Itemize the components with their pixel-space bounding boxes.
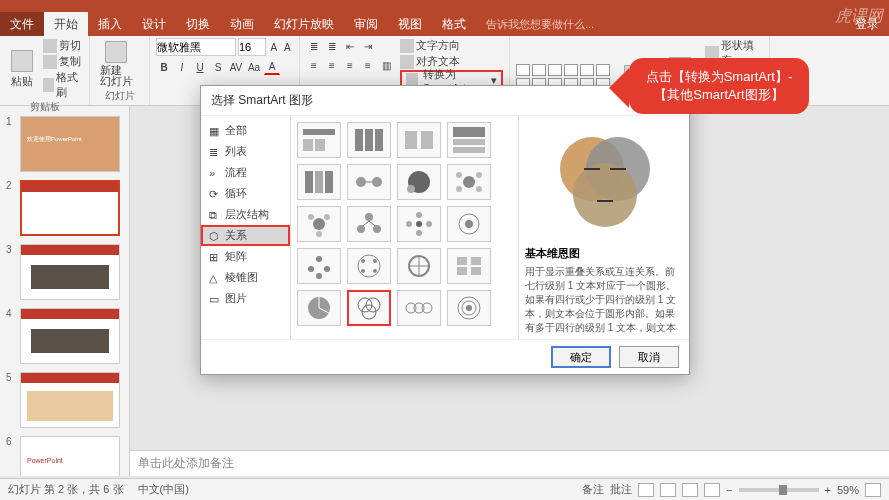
font-family-combo[interactable] xyxy=(156,38,236,56)
layout-option[interactable] xyxy=(397,290,441,326)
layout-option[interactable] xyxy=(447,206,491,242)
layout-grid xyxy=(291,116,519,339)
thumbnail-3[interactable]: 3 xyxy=(0,240,129,304)
notes-pane[interactable]: 单击此处添加备注 xyxy=(130,450,889,476)
slideshow-view-button[interactable] xyxy=(704,483,720,497)
decrease-indent-button[interactable]: ⇤ xyxy=(342,38,358,54)
zoom-level[interactable]: 59% xyxy=(837,484,859,496)
category-matrix[interactable]: ⊞矩阵 xyxy=(201,246,290,267)
tab-view[interactable]: 视图 xyxy=(388,12,432,36)
layout-option[interactable] xyxy=(447,164,491,200)
tab-insert[interactable]: 插入 xyxy=(88,12,132,36)
paste-button[interactable]: 粘贴 xyxy=(6,38,39,100)
zoom-out-button[interactable]: − xyxy=(726,484,732,496)
layout-option[interactable] xyxy=(347,206,391,242)
tab-animations[interactable]: 动画 xyxy=(220,12,264,36)
svg-point-30 xyxy=(373,225,381,233)
layout-option[interactable] xyxy=(297,290,341,326)
tab-transitions[interactable]: 切换 xyxy=(176,12,220,36)
thumbnail-6[interactable]: 6PowerPoint xyxy=(0,432,129,476)
smartart-dialog: 选择 SmartArt 图形 ▦全部 ≣列表 »流程 ⟳循环 ⧉层次结构 ⬡关系… xyxy=(200,85,690,375)
thumbnail-4[interactable]: 4 xyxy=(0,304,129,368)
language-indicator[interactable]: 中文(中国) xyxy=(138,482,189,497)
layout-option[interactable] xyxy=(397,164,441,200)
layout-option[interactable] xyxy=(297,164,341,200)
align-right-button[interactable]: ≡ xyxy=(342,57,358,73)
ok-button[interactable]: 确定 xyxy=(551,346,611,368)
bold-button[interactable]: B xyxy=(156,59,172,75)
layout-option[interactable] xyxy=(297,206,341,242)
category-picture[interactable]: ▭图片 xyxy=(201,288,290,309)
columns-button[interactable]: ▥ xyxy=(378,57,394,73)
numbering-button[interactable]: ≣ xyxy=(324,38,340,54)
category-relationship[interactable]: ⬡关系 xyxy=(201,225,290,246)
thumbnail-1[interactable]: 1欢迎使用PowerPoint xyxy=(0,112,129,176)
font-size-combo[interactable] xyxy=(238,38,266,56)
copy-button[interactable]: 复制 xyxy=(43,54,83,69)
thumbnail-2[interactable]: 2 xyxy=(0,176,129,240)
cut-button[interactable]: 剪切 xyxy=(43,38,83,53)
tab-review[interactable]: 审阅 xyxy=(344,12,388,36)
layout-option[interactable] xyxy=(347,164,391,200)
svg-rect-0 xyxy=(303,129,335,135)
svg-point-34 xyxy=(406,221,412,227)
layout-option[interactable] xyxy=(397,248,441,284)
zoom-in-button[interactable]: + xyxy=(825,484,831,496)
category-pyramid[interactable]: △棱锥图 xyxy=(201,267,290,288)
decrease-font-icon[interactable]: A xyxy=(282,39,294,55)
grid-icon: ▦ xyxy=(209,125,221,137)
tab-format[interactable]: 格式 xyxy=(432,12,476,36)
new-slide-button[interactable]: 新建 幻灯片 xyxy=(96,38,136,89)
category-process[interactable]: »流程 xyxy=(201,162,290,183)
shadow-button[interactable]: AV xyxy=(228,59,244,75)
text-direction-button[interactable]: 文字方向 xyxy=(400,38,503,53)
layout-option[interactable] xyxy=(347,122,391,158)
increase-font-icon[interactable]: A xyxy=(268,39,280,55)
layout-option[interactable] xyxy=(447,122,491,158)
format-painter-button[interactable]: 格式刷 xyxy=(43,70,83,100)
font-color-button[interactable]: A xyxy=(264,59,280,75)
italic-button[interactable]: I xyxy=(174,59,190,75)
underline-button[interactable]: U xyxy=(192,59,208,75)
svg-point-39 xyxy=(465,220,473,228)
layout-option[interactable] xyxy=(297,122,341,158)
layout-option[interactable] xyxy=(397,122,441,158)
layout-option[interactable] xyxy=(347,248,391,284)
svg-rect-53 xyxy=(471,257,481,265)
increase-indent-button[interactable]: ⇥ xyxy=(360,38,376,54)
list-icon: ≣ xyxy=(209,146,221,158)
layout-option[interactable] xyxy=(397,206,441,242)
sorter-view-button[interactable] xyxy=(660,483,676,497)
comments-toggle[interactable]: 批注 xyxy=(610,482,632,497)
category-cycle[interactable]: ⟳循环 xyxy=(201,183,290,204)
notes-toggle[interactable]: 备注 xyxy=(582,482,604,497)
bullets-button[interactable]: ≣ xyxy=(306,38,322,54)
align-center-button[interactable]: ≡ xyxy=(324,57,340,73)
justify-button[interactable]: ≡ xyxy=(360,57,376,73)
svg-point-68 xyxy=(573,163,637,227)
cancel-button[interactable]: 取消 xyxy=(619,346,679,368)
fit-window-button[interactable] xyxy=(865,483,881,497)
strikethrough-button[interactable]: S xyxy=(210,59,226,75)
tab-design[interactable]: 设计 xyxy=(132,12,176,36)
layout-option[interactable] xyxy=(297,248,341,284)
char-spacing-button[interactable]: Aa xyxy=(246,59,262,75)
category-list[interactable]: ≣列表 xyxy=(201,141,290,162)
svg-point-37 xyxy=(416,230,422,236)
tab-home[interactable]: 开始 xyxy=(44,12,88,36)
svg-point-43 xyxy=(316,273,322,279)
reading-view-button[interactable] xyxy=(682,483,698,497)
tab-file[interactable]: 文件 xyxy=(0,12,44,36)
thumbnail-5[interactable]: 5 xyxy=(0,368,129,432)
category-hierarchy[interactable]: ⧉层次结构 xyxy=(201,204,290,225)
align-left-button[interactable]: ≡ xyxy=(306,57,322,73)
zoom-slider[interactable] xyxy=(739,488,819,492)
layout-option[interactable] xyxy=(447,290,491,326)
category-all[interactable]: ▦全部 xyxy=(201,120,290,141)
normal-view-button[interactable] xyxy=(638,483,654,497)
tab-slideshow[interactable]: 幻灯片放映 xyxy=(264,12,344,36)
layout-option-basic-venn[interactable] xyxy=(347,290,391,326)
svg-point-46 xyxy=(373,259,377,263)
layout-option[interactable] xyxy=(447,248,491,284)
tell-me-search[interactable]: 告诉我您想要做什么... xyxy=(476,12,604,36)
